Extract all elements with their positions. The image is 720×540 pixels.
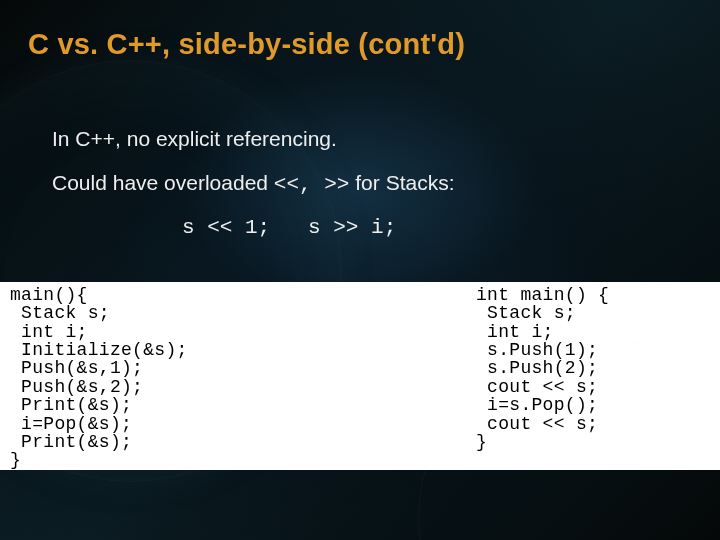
body-line-1: In C++, no explicit referencing. [52,126,672,152]
body-line-2-ops: <<, >> [274,173,350,196]
slide: C vs. C++, side-by-side (cont'd) In C++,… [0,0,720,540]
body-line-2: Could have overloaded <<, >> for Stacks: [52,170,672,198]
slide-body: In C++, no explicit referencing. Could h… [52,126,672,241]
code-comparison: main(){ Stack s; int i; Initialize(&s); … [0,282,720,470]
body-line-2-pre: Could have overloaded [52,171,274,194]
code-cpp: int main() { Stack s; int i; s.Push(1); … [378,282,720,470]
body-line-2-post: for Stacks: [349,171,454,194]
slide-title: C vs. C++, side-by-side (cont'd) [28,28,465,61]
code-c: main(){ Stack s; int i; Initialize(&s); … [0,282,378,470]
body-example-code: s << 1; s >> i; [182,215,672,241]
